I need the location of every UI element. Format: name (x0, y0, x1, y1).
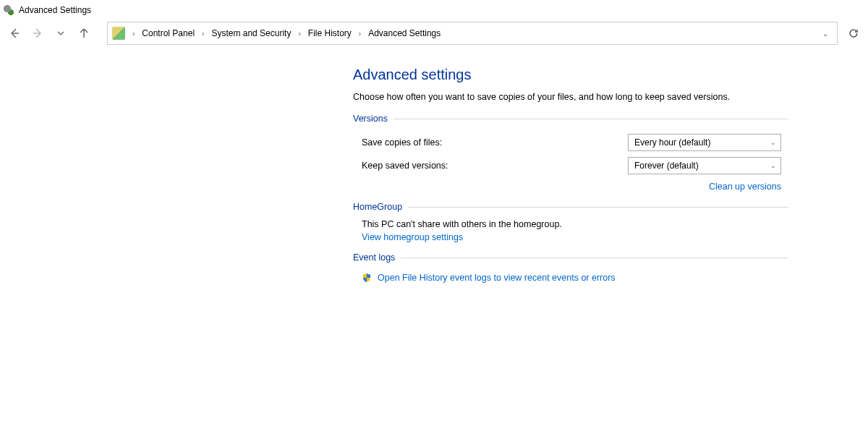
nav-toolbar: › Control Panel › System and Security › … (0, 20, 868, 46)
chevron-right-icon: › (199, 30, 207, 38)
titlebar: Advanced Settings (0, 0, 868, 20)
divider (408, 207, 788, 208)
keep-versions-value: Forever (default) (634, 161, 699, 171)
app-icon (3, 4, 14, 16)
cleanup-versions-link[interactable]: Clean up versions (709, 182, 781, 192)
up-button[interactable] (74, 23, 94, 43)
divider (401, 258, 788, 258)
breadcrumb-item[interactable]: Advanced Settings (365, 27, 443, 40)
address-bar[interactable]: › Control Panel › System and Security › … (107, 22, 838, 45)
save-copies-value: Every hour (default) (634, 137, 710, 148)
back-button[interactable] (4, 23, 25, 43)
chevron-right-icon: › (129, 30, 137, 38)
save-copies-label: Save copies of files: (362, 137, 619, 148)
window-title: Advanced Settings (19, 5, 91, 15)
breadcrumb-item[interactable]: System and Security (208, 27, 294, 40)
location-icon (112, 27, 125, 40)
open-eventlogs-link[interactable]: Open File History event logs to view rec… (378, 273, 616, 283)
eventlogs-section: Event logs Open File History event logs … (353, 252, 788, 283)
eventlogs-section-title: Event logs (353, 252, 395, 263)
homegroup-section-title: HomeGroup (353, 202, 402, 212)
breadcrumb-item[interactable]: File History (305, 27, 354, 40)
refresh-button[interactable] (843, 22, 864, 45)
chevron-down-icon: ⌄ (770, 162, 776, 169)
homegroup-status-text: This PC can't share with others in the h… (353, 219, 788, 229)
chevron-right-icon: › (356, 30, 364, 38)
shield-icon (362, 273, 372, 283)
chevron-down-icon[interactable]: ⌄ (818, 30, 833, 38)
homegroup-section: HomeGroup This PC can't share with other… (353, 202, 788, 242)
keep-versions-dropdown[interactable]: Forever (default) ⌄ (628, 157, 781, 174)
versions-section: Versions Save copies of files: Every hou… (353, 114, 788, 192)
chevron-down-icon: ⌄ (770, 139, 776, 146)
breadcrumb-item[interactable]: Control Panel (139, 27, 197, 40)
page-description: Choose how often you want to save copies… (353, 92, 788, 102)
save-copies-dropdown[interactable]: Every hour (default) ⌄ (628, 134, 781, 151)
chevron-right-icon: › (295, 30, 303, 38)
keep-versions-label: Keep saved versions: (362, 161, 619, 171)
versions-section-title: Versions (353, 114, 388, 124)
forward-button[interactable] (27, 23, 48, 43)
recent-locations-button[interactable] (51, 23, 71, 43)
content-area: Advanced settings Choose how often you w… (0, 46, 788, 283)
divider (393, 119, 788, 119)
page-title: Advanced settings (353, 67, 788, 83)
view-homegroup-link[interactable]: View homegroup settings (362, 232, 463, 242)
